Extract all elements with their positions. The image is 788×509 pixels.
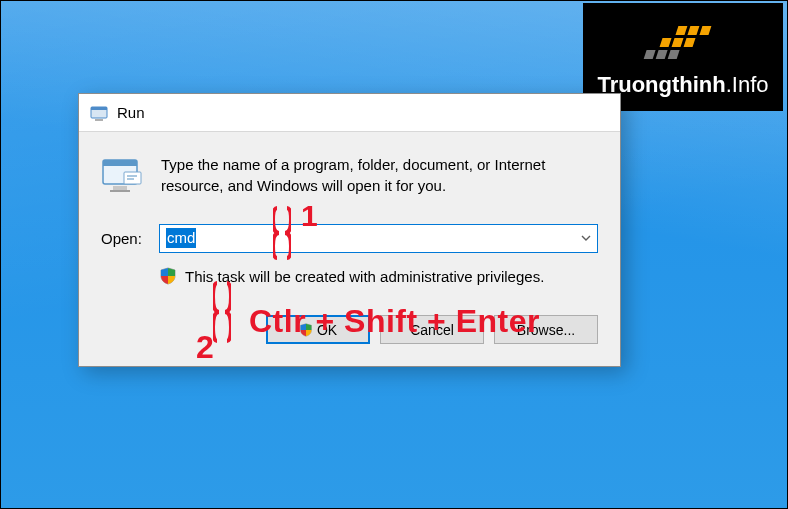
run-title-icon bbox=[89, 103, 109, 123]
svg-rect-16 bbox=[124, 172, 141, 184]
svg-rect-1 bbox=[660, 38, 672, 47]
cancel-button[interactable]: Cancel bbox=[380, 315, 484, 344]
svg-rect-0 bbox=[644, 50, 656, 59]
watermark-text: Truongthinh.Info bbox=[597, 72, 768, 98]
svg-rect-8 bbox=[699, 26, 711, 35]
svg-rect-5 bbox=[668, 50, 680, 59]
svg-rect-6 bbox=[687, 26, 699, 35]
svg-rect-3 bbox=[675, 26, 687, 35]
open-input[interactable] bbox=[159, 224, 598, 253]
open-combobox[interactable]: cmd bbox=[159, 224, 598, 253]
shield-icon bbox=[299, 323, 313, 337]
svg-rect-10 bbox=[91, 107, 107, 110]
dialog-description: Type the name of a program, folder, docu… bbox=[161, 154, 598, 196]
titlebar[interactable]: Run bbox=[79, 94, 620, 132]
shield-icon bbox=[159, 267, 177, 285]
ok-button[interactable]: OK bbox=[266, 315, 370, 344]
svg-rect-11 bbox=[95, 119, 103, 121]
ok-button-label: OK bbox=[317, 322, 337, 338]
svg-rect-7 bbox=[684, 38, 696, 47]
svg-rect-4 bbox=[672, 38, 684, 47]
open-label: Open: bbox=[101, 230, 159, 247]
svg-rect-13 bbox=[103, 160, 137, 166]
dialog-title: Run bbox=[117, 104, 145, 121]
svg-rect-2 bbox=[656, 50, 668, 59]
svg-rect-14 bbox=[113, 186, 127, 190]
run-large-icon bbox=[101, 154, 143, 196]
run-dialog: Run Type the name of a program, folder, … bbox=[78, 93, 621, 367]
browse-button[interactable]: Browse... bbox=[494, 315, 598, 344]
watermark-logo-icon bbox=[589, 16, 777, 68]
chevron-down-icon[interactable] bbox=[580, 231, 592, 247]
admin-privileges-text: This task will be created with administr… bbox=[185, 268, 544, 285]
svg-rect-15 bbox=[110, 190, 130, 192]
button-row: OK Cancel Browse... bbox=[79, 293, 620, 366]
